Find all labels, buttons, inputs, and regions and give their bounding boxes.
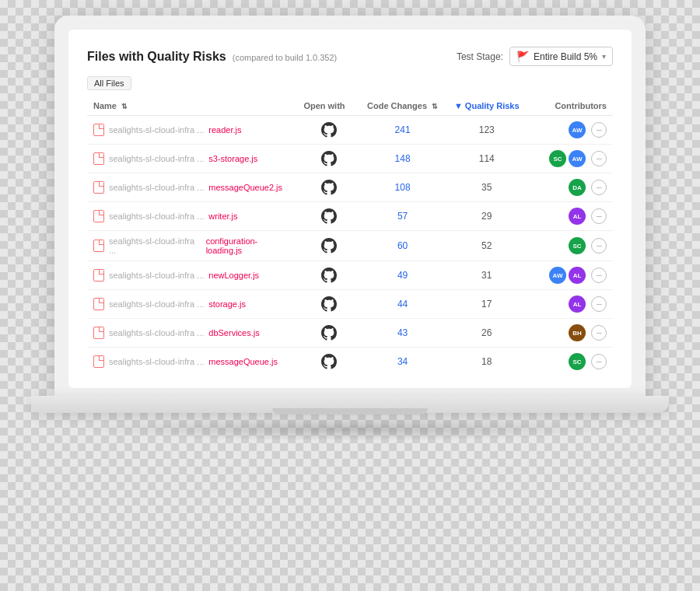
github-icon[interactable]: [303, 325, 354, 341]
file-path: sealights-sl-cloud-infra ...: [109, 328, 204, 337]
files-table: Name ⇅ Open with Code Changes ⇅ ▼ Qualit…: [87, 96, 613, 376]
avatar: AW: [569, 121, 586, 138]
laptop-base: [31, 396, 669, 413]
table-row: sealights-sl-cloud-infra ... s3-storage.…: [87, 145, 613, 173]
github-icon[interactable]: [303, 208, 354, 224]
col-header-changes[interactable]: Code Changes ⇅: [361, 96, 445, 116]
table-row: sealights-sl-cloud-infra ... newLogger.j…: [87, 261, 613, 290]
col-header-open: Open with: [297, 96, 360, 116]
file-name[interactable]: messageQueue.js: [208, 357, 278, 366]
quality-value: 26: [481, 327, 492, 338]
file-cell: sealights-sl-cloud-infra ... newLogger.j…: [93, 269, 291, 282]
table-row: sealights-sl-cloud-infra ... messageQueu…: [87, 348, 613, 376]
file-name[interactable]: reader.js: [208, 125, 241, 135]
changes-value: 44: [397, 299, 408, 309]
file-name[interactable]: s3-storage.js: [208, 154, 257, 163]
laptop-screen: Files with Quality Risks (compared to bu…: [68, 30, 632, 388]
contributors-cell: DA−: [535, 179, 607, 196]
test-stage-section: Test Stage: 🚩 Entire Build 5% ▾: [457, 47, 613, 66]
changes-value: 43: [397, 327, 408, 338]
quality-value: 17: [481, 299, 492, 309]
file-cell: sealights-sl-cloud-infra ... configurati…: [93, 236, 291, 255]
changes-value: 108: [395, 182, 411, 193]
remove-button[interactable]: −: [591, 122, 607, 138]
file-cell: sealights-sl-cloud-infra ... reader.js: [93, 124, 291, 136]
table-header-row: Name ⇅ Open with Code Changes ⇅ ▼ Qualit…: [87, 96, 613, 116]
file-name[interactable]: newLogger.js: [208, 271, 259, 280]
changes-value: 241: [395, 124, 411, 135]
github-icon[interactable]: [303, 151, 354, 166]
title-left: Files with Quality Risks (compared to bu…: [87, 50, 337, 64]
file-path: sealights-sl-cloud-infra ...: [109, 299, 204, 309]
stage-dropdown[interactable]: 🚩 Entire Build 5% ▾: [509, 47, 613, 66]
avatar: SC: [549, 150, 566, 167]
file-icon: [93, 269, 104, 282]
table-row: sealights-sl-cloud-infra ... writer.js 5…: [87, 202, 613, 231]
table-row: sealights-sl-cloud-infra ... dbServices.…: [87, 319, 613, 348]
avatar: SC: [569, 237, 586, 254]
contributors-cell: SC−: [535, 237, 607, 254]
avatar: AL: [569, 296, 586, 313]
remove-button[interactable]: −: [591, 268, 607, 283]
file-path: sealights-sl-cloud-infra ...: [109, 154, 204, 163]
github-icon[interactable]: [303, 238, 354, 254]
contributors-cell: AL−: [535, 208, 607, 225]
file-path: sealights-sl-cloud-infra ...: [109, 125, 204, 135]
file-name[interactable]: storage.js: [208, 299, 246, 309]
table-row: sealights-sl-cloud-infra ... storage.js …: [87, 290, 613, 319]
github-icon[interactable]: [303, 296, 354, 312]
file-cell: sealights-sl-cloud-infra ... writer.js: [93, 210, 291, 222]
changes-value: 60: [397, 240, 408, 251]
changes-value: 34: [397, 356, 408, 367]
file-icon: [93, 298, 104, 310]
remove-button[interactable]: −: [591, 208, 607, 224]
col-header-quality[interactable]: ▼ Quality Risks: [445, 96, 529, 116]
file-icon: [93, 181, 104, 194]
changes-value: 49: [397, 270, 408, 281]
sort-icon-name: ⇅: [121, 103, 128, 110]
table-row: sealights-sl-cloud-infra ... messageQueu…: [87, 173, 613, 202]
table-row: sealights-sl-cloud-infra ... reader.js 2…: [87, 116, 613, 145]
contributors-cell: SC−: [535, 353, 607, 370]
fire-icon: 🚩: [516, 51, 529, 62]
file-icon: [93, 355, 104, 368]
file-name[interactable]: dbServices.js: [208, 328, 259, 337]
file-name[interactable]: messageQueue2.js: [208, 183, 282, 192]
remove-button[interactable]: −: [591, 325, 607, 341]
contributors-cell: BH−: [535, 324, 607, 341]
col-header-name[interactable]: Name ⇅: [87, 96, 297, 116]
file-cell: sealights-sl-cloud-infra ... messageQueu…: [93, 355, 291, 368]
github-icon[interactable]: [303, 268, 354, 283]
laptop-shell: Files with Quality Risks (compared to bu…: [54, 16, 646, 396]
remove-button[interactable]: −: [591, 180, 607, 195]
remove-button[interactable]: −: [591, 354, 607, 369]
file-path: sealights-sl-cloud-infra ...: [109, 357, 204, 366]
file-cell: sealights-sl-cloud-infra ... storage.js: [93, 298, 291, 310]
file-icon: [93, 240, 104, 252]
table-row: sealights-sl-cloud-infra ... configurati…: [87, 231, 613, 261]
quality-value: 35: [481, 182, 492, 193]
file-name[interactable]: configuration-loading.js: [206, 236, 292, 255]
screen-content: Files with Quality Risks (compared to bu…: [68, 30, 632, 388]
test-stage-label: Test Stage:: [457, 51, 503, 62]
file-name[interactable]: writer.js: [208, 212, 237, 221]
file-path: sealights-sl-cloud-infra ...: [109, 183, 204, 192]
avatar: AW: [569, 150, 586, 167]
changes-value: 57: [397, 211, 408, 222]
table-body: sealights-sl-cloud-infra ... reader.js 2…: [87, 116, 613, 376]
file-icon: [93, 152, 104, 165]
quality-value: 18: [481, 356, 492, 367]
filter-all-files[interactable]: All Files: [87, 76, 131, 90]
file-icon: [93, 210, 104, 222]
compared-label: (compared to build 1.0.352): [233, 53, 338, 62]
remove-button[interactable]: −: [591, 151, 607, 166]
remove-button[interactable]: −: [591, 296, 607, 312]
file-path: sealights-sl-cloud-infra ...: [109, 271, 204, 280]
remove-button[interactable]: −: [591, 238, 607, 254]
quality-value: 31: [481, 270, 492, 281]
github-icon[interactable]: [303, 122, 354, 138]
file-icon: [93, 124, 104, 136]
github-icon[interactable]: [303, 180, 354, 195]
github-icon[interactable]: [303, 354, 354, 369]
contributors-cell: AWAL−: [535, 267, 607, 284]
